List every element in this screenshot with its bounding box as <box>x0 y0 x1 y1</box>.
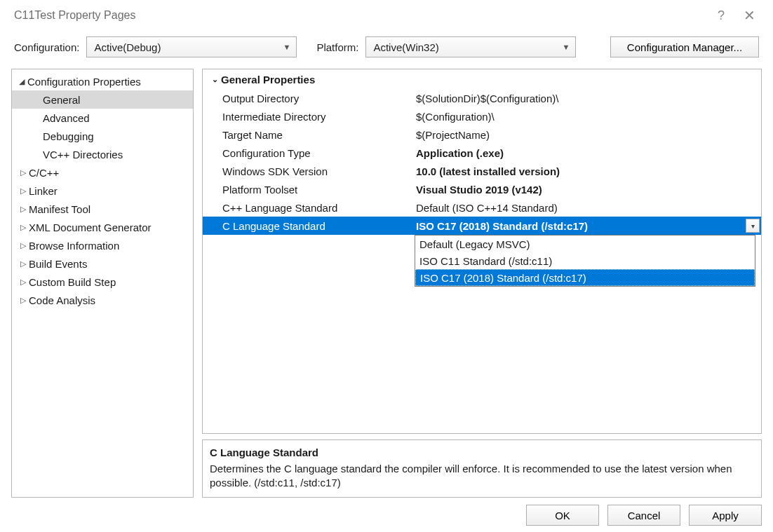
property-value[interactable]: Application (.exe) <box>412 147 761 159</box>
property-value[interactable]: Visual Studio 2019 (v142) <box>412 184 761 196</box>
triangle-right-icon: ▷ <box>18 186 29 196</box>
tree-item[interactable]: ▷Browse Information <box>12 236 193 254</box>
tree-item-label: Code Analysis <box>29 294 95 306</box>
tree-root[interactable]: ◢ Configuration Properties <box>12 72 193 90</box>
category-tree[interactable]: ◢ Configuration Properties GeneralAdvanc… <box>11 69 194 498</box>
help-icon[interactable]: ? <box>707 8 735 23</box>
chevron-down-icon: ▼ <box>283 43 291 51</box>
grid-section-title: General Properties <box>221 74 315 86</box>
tree-item-label: General <box>43 94 80 106</box>
property-value[interactable]: $(Configuration)\ <box>412 111 761 123</box>
tree-item[interactable]: VC++ Directories <box>12 145 193 163</box>
help-title: C Language Standard <box>210 446 754 460</box>
property-value[interactable]: Default (ISO C++14 Standard) <box>412 202 761 214</box>
property-row[interactable]: Intermediate Directory$(Configuration)\ <box>203 107 761 125</box>
c-language-standard-dropdown[interactable]: Default (Legacy MSVC)ISO C11 Standard (/… <box>415 235 755 287</box>
tree-item[interactable]: ▷Custom Build Step <box>12 273 193 291</box>
tree-item[interactable]: Advanced <box>12 109 193 127</box>
property-row[interactable]: C++ Language StandardDefault (ISO C++14 … <box>203 198 761 217</box>
tree-item[interactable]: ▷Manifest Tool <box>12 200 193 218</box>
triangle-right-icon: ▷ <box>18 296 29 305</box>
configuration-combo[interactable]: Active(Debug) ▼ <box>86 36 297 57</box>
property-value[interactable]: $(SolutionDir)$(Configuration)\ <box>412 93 761 104</box>
tree-item-label: Build Events <box>29 258 87 270</box>
tree-item-label: Debugging <box>43 130 94 142</box>
tree-item[interactable]: ▷XML Document Generator <box>12 218 193 236</box>
property-row[interactable]: Platform ToolsetVisual Studio 2019 (v142… <box>203 180 761 198</box>
triangle-right-icon: ▷ <box>18 205 29 214</box>
config-toolbar: Configuration: Active(Debug) ▼ Platform:… <box>0 31 773 63</box>
tree-item-label: VC++ Directories <box>43 149 123 161</box>
tree-item[interactable]: Debugging <box>12 127 193 145</box>
platform-combo[interactable]: Active(Win32) ▼ <box>365 36 576 57</box>
triangle-down-icon: ◢ <box>16 77 27 86</box>
tree-item-label: Custom Build Step <box>29 276 116 288</box>
tree-item[interactable]: ▷C/C++ <box>12 163 193 182</box>
triangle-right-icon: ▷ <box>18 223 29 232</box>
configuration-value: Active(Debug) <box>94 41 161 53</box>
tree-item-label: Advanced <box>43 112 90 124</box>
property-name: Intermediate Directory <box>222 111 412 123</box>
tree-item[interactable]: General <box>12 90 193 109</box>
property-name: Target Name <box>222 129 412 141</box>
triangle-right-icon: ▷ <box>18 278 29 287</box>
dropdown-option[interactable]: Default (Legacy MSVC) <box>415 236 755 252</box>
cancel-button[interactable]: Cancel <box>607 505 680 526</box>
window-title: C11Test Property Pages <box>14 9 135 22</box>
grid-section-header[interactable]: ⌄ General Properties <box>203 69 761 89</box>
property-name: Configuration Type <box>222 147 412 159</box>
property-name: Output Directory <box>222 93 412 104</box>
platform-label: Platform: <box>316 41 358 53</box>
property-name: C Language Standard <box>222 220 412 232</box>
property-value[interactable]: 10.0 (latest installed version) <box>412 165 761 177</box>
property-row[interactable]: Output Directory$(SolutionDir)$(Configur… <box>203 89 761 107</box>
tree-item[interactable]: ▷Build Events <box>12 254 193 273</box>
tree-item[interactable]: ▷Code Analysis <box>12 291 193 309</box>
configuration-label: Configuration: <box>14 41 79 53</box>
dropdown-button[interactable]: ▾ <box>746 219 760 233</box>
dropdown-option[interactable]: ISO C11 Standard (/std:c11) <box>415 252 755 269</box>
close-icon[interactable]: ✕ <box>735 7 763 24</box>
help-panel: C Language Standard Determines the C lan… <box>202 439 762 498</box>
tree-item-label: C/C++ <box>29 167 59 179</box>
property-value[interactable]: $(ProjectName) <box>412 129 761 141</box>
chevron-down-icon: ▼ <box>563 43 570 51</box>
property-name: Windows SDK Version <box>222 165 412 177</box>
apply-button[interactable]: Apply <box>689 505 762 526</box>
tree-item-label: Browse Information <box>29 240 119 252</box>
property-name: C++ Language Standard <box>222 202 412 214</box>
property-row[interactable]: Configuration TypeApplication (.exe) <box>203 144 761 162</box>
property-name: Platform Toolset <box>222 184 412 196</box>
tree-root-label: Configuration Properties <box>27 76 141 88</box>
property-grid[interactable]: ⌄ General Properties Output Directory$(S… <box>202 69 762 434</box>
platform-value: Active(Win32) <box>373 41 438 53</box>
dropdown-option[interactable]: ISO C17 (2018) Standard (/std:c17) <box>415 269 755 286</box>
dialog-footer: OK Cancel Apply <box>0 498 773 526</box>
titlebar: C11Test Property Pages ? ✕ <box>0 0 773 31</box>
help-text: Determines the C language standard the c… <box>210 462 754 491</box>
property-value[interactable]: ISO C17 (2018) Standard (/std:c17) <box>412 220 761 232</box>
ok-button[interactable]: OK <box>526 505 599 526</box>
triangle-right-icon: ▷ <box>18 259 29 268</box>
property-row[interactable]: Target Name$(ProjectName) <box>203 125 761 144</box>
property-row[interactable]: Windows SDK Version10.0 (latest installe… <box>203 162 761 180</box>
property-row[interactable]: C Language StandardISO C17 (2018) Standa… <box>203 217 761 235</box>
triangle-right-icon: ▷ <box>18 241 29 250</box>
triangle-right-icon: ▷ <box>18 168 29 177</box>
chevron-down-icon: ⌄ <box>208 75 221 84</box>
tree-item-label: XML Document Generator <box>29 221 152 233</box>
tree-item-label: Linker <box>29 185 58 197</box>
tree-item[interactable]: ▷Linker <box>12 182 193 200</box>
tree-item-label: Manifest Tool <box>29 203 90 215</box>
configuration-manager-button[interactable]: Configuration Manager... <box>610 36 759 57</box>
